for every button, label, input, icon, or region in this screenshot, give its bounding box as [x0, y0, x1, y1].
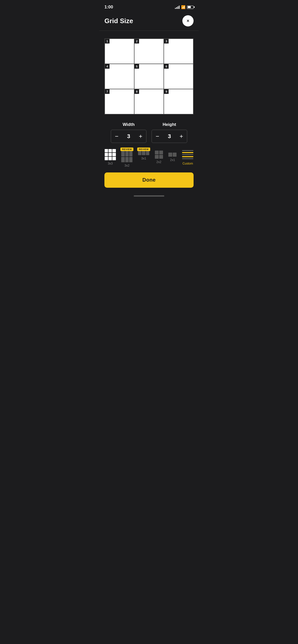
cell-number-7: 7: [105, 89, 110, 94]
preset-3x1-badge: REVIEW: [137, 148, 150, 151]
home-bar: [134, 195, 164, 197]
preset-2x1-icon: [168, 153, 177, 157]
home-indicator: [99, 195, 199, 199]
preset-3x2[interactable]: REVIEW 3x2: [121, 149, 132, 167]
preset-2x2-icon: [155, 151, 163, 159]
done-button[interactable]: Done: [104, 172, 194, 188]
preset-3x2-icon: [121, 151, 132, 162]
grid-cell-8[interactable]: 8: [134, 89, 164, 114]
grid-cell-9[interactable]: 9: [164, 89, 193, 114]
cell-number-9: 9: [164, 89, 169, 94]
preset-2x2[interactable]: 2x2: [155, 149, 163, 164]
status-bar: 1:00 📶: [99, 0, 199, 13]
header-divider: [99, 31, 199, 31]
preset-3x1[interactable]: REVIEW 3x1: [138, 149, 149, 160]
width-label: Width: [111, 122, 146, 127]
cell-number-2: 2: [134, 39, 139, 43]
width-decrement-button[interactable]: −: [111, 130, 122, 143]
height-stepper: − 3 +: [152, 130, 187, 143]
height-increment-button[interactable]: +: [176, 130, 187, 143]
status-time: 1:00: [104, 5, 113, 10]
grid-cell-2[interactable]: 2: [134, 39, 164, 64]
width-stepper: − 3 +: [111, 130, 146, 143]
grid-cells-container: 1 2 3 4 5 6 7 8 9: [105, 39, 193, 114]
grid-preview: 1 2 3 4 5 6 7 8 9: [104, 38, 194, 114]
height-value: 3: [163, 133, 176, 140]
grid-cell-1[interactable]: 1: [105, 39, 134, 64]
close-button[interactable]: ×: [182, 15, 194, 26]
width-increment-button[interactable]: +: [135, 130, 146, 143]
status-icons: 📶: [175, 5, 194, 9]
controls-labels-row: Width Height: [104, 122, 194, 127]
grid-cell-3[interactable]: 3: [164, 39, 193, 64]
preset-2x1-label: 2x1: [170, 158, 175, 162]
preset-3x2-label: 3x2: [125, 164, 129, 167]
width-value: 3: [122, 133, 135, 140]
height-decrement-button[interactable]: −: [152, 130, 163, 143]
preset-3x2-badge: REVIEW: [120, 148, 133, 151]
custom-icon: [182, 149, 193, 160]
preset-3x3-label: 3x3: [108, 162, 113, 165]
preset-3x3[interactable]: 3x3: [105, 149, 116, 165]
preset-3x1-label: 3x1: [141, 157, 146, 160]
cell-number-5: 5: [134, 64, 139, 69]
wifi-icon: 📶: [181, 5, 185, 9]
preset-3x3-icon: [105, 149, 116, 160]
page-title: Grid Size: [104, 17, 133, 25]
preset-custom[interactable]: Custom: [182, 149, 193, 165]
grid-cell-5[interactable]: 5: [134, 64, 164, 89]
preset-2x2-label: 2x2: [156, 160, 161, 164]
cell-number-6: 6: [164, 64, 169, 69]
battery-icon: [187, 6, 194, 9]
preset-custom-label: Custom: [182, 162, 193, 165]
cell-number-1: 1: [105, 39, 110, 43]
grid-cell-4[interactable]: 4: [105, 64, 134, 89]
grid-cell-7[interactable]: 7: [105, 89, 134, 114]
grid-cell-6[interactable]: 6: [164, 64, 193, 89]
cell-number-8: 8: [134, 89, 139, 94]
signal-icon: [175, 5, 180, 9]
cell-number-4: 4: [105, 64, 110, 69]
preset-3x1-icon: [138, 151, 149, 155]
header: Grid Size ×: [99, 13, 199, 31]
presets-section: 3x3 REVIEW 3x2 REVIEW 3x1 2x2: [99, 149, 199, 167]
controls-section: Width Height − 3 + − 3 +: [99, 122, 199, 143]
preset-2x1[interactable]: 2x1: [168, 149, 177, 162]
steppers-row: − 3 + − 3 +: [104, 130, 194, 143]
height-label: Height: [152, 122, 187, 127]
cell-number-3: 3: [164, 39, 169, 43]
